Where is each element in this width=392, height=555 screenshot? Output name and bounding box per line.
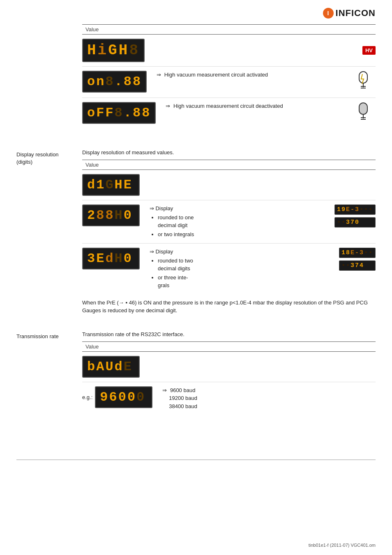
- section-hv: Value HiGH8 HV: [16, 24, 376, 133]
- example-displays-row2: 19E-3▪▪▪ ▪▪370: [334, 204, 376, 228]
- footer-divider: [16, 460, 376, 460]
- transmission-row2-left: e.g.: 96000: [82, 386, 152, 408]
- logo-text: INFICON: [336, 8, 376, 19]
- page-footer: tinb01e1-f (2011-07) VGC401.om: [309, 543, 376, 548]
- desc-288h0-item1: rounded to onedecimal digit: [158, 214, 328, 230]
- desc-288h0: ⇒ Display rounded to onedecimal digit or…: [146, 204, 328, 239]
- display-res-label-line2: (digits): [16, 159, 32, 165]
- transmission-arrow: ⇒: [162, 387, 167, 393]
- on-sensor-icon: [351, 71, 376, 93]
- display-res-intro: Display resolution of measured values.: [82, 149, 376, 156]
- off-desc-text: High vacuum measurement circuit deactiva…: [173, 103, 283, 109]
- seg-d1ghe: d1GHE: [82, 174, 140, 196]
- sensor-on-svg: [354, 71, 373, 93]
- svg-text:I: I: [327, 10, 329, 16]
- hv-value-header: Value: [82, 25, 376, 35]
- example-displays-row3: 18E-3▪▪ ▪▪374: [339, 248, 376, 271]
- seg-high-display: HiGH8: [82, 39, 145, 62]
- transmission-baud-9600: 9600 baud: [170, 387, 195, 393]
- display-res-row1: d1GHE: [82, 170, 376, 200]
- transmission-baud-38400: 38400 baud: [169, 403, 197, 409]
- hv-badge: HV: [362, 46, 376, 55]
- transmission-value-header: Value: [82, 342, 376, 352]
- hv-value-rows: HiGH8 HV on8.88 ⇒ H: [82, 35, 376, 129]
- display-res-table: Value d1GHE 288H0 ⇒ Display: [82, 160, 376, 295]
- seg-baude: bAUdE: [82, 356, 140, 378]
- transmission-table: Value bAUdE e.g.: 96000: [82, 341, 376, 415]
- desc-3edh0-list: rounded to twodecimal digits or three in…: [158, 257, 332, 290]
- on-desc-text: High vacuum measurement circuit activate…: [164, 72, 268, 78]
- desc-3edh0-item1: rounded to twodecimal digits: [158, 257, 332, 273]
- footer-text: tinb01e1-f (2011-07) VGC401.om: [309, 543, 376, 548]
- transmission-row1: bAUdE: [82, 352, 376, 382]
- transmission-label: Transmission rate: [16, 333, 59, 339]
- section-transmission-body: Transmission rate of the RS232C interfac…: [82, 331, 376, 419]
- desc-3edh0: ⇒ Display rounded to twodecimal digits o…: [146, 248, 332, 290]
- seg-96000: 96000: [95, 386, 152, 408]
- desc-288h0-list: rounded to onedecimal digit or two integ…: [158, 214, 328, 239]
- desc-3edh0-arrow-main: ⇒ Display: [150, 248, 332, 256]
- section-hv-body: Value HiGH8 HV: [82, 24, 376, 133]
- hv-row-on: on8.88 ⇒ High vacuum measurement circuit…: [82, 67, 376, 98]
- hv-on-desc: ⇒ High vacuum measurement circuit activa…: [153, 71, 344, 79]
- seg-3edh0: 3EdH0: [82, 248, 140, 269]
- display-res-label-line1: Display resolution: [16, 151, 59, 158]
- section-display-res: Display resolution (digits) Display reso…: [16, 149, 376, 315]
- off-arrow: ⇒: [166, 103, 170, 109]
- section-hv-label: [16, 24, 82, 133]
- seg-off-display: oFF8.88: [82, 102, 156, 124]
- section-display-res-body: Display resolution of measured values. V…: [82, 149, 376, 315]
- hv-row-off: oFF8.88 ⇒ High vacuum measurement circui…: [82, 98, 376, 129]
- svg-rect-6: [359, 103, 367, 114]
- seg-on-display: on8.88: [82, 71, 147, 93]
- hv-value-table: Value HiGH8 HV: [82, 24, 376, 129]
- transmission-baud-19200: 19200 baud: [169, 395, 197, 401]
- hv-badge-area: HV: [362, 46, 376, 55]
- section-transmission: Transmission rate Transmission rate of t…: [16, 331, 376, 419]
- transmission-row2: e.g.: 96000 ⇒ 9600 baud 19200 baud 38400…: [82, 382, 376, 415]
- sensor-off-svg: [354, 102, 373, 125]
- hv-row-high: HiGH8 HV: [82, 35, 376, 67]
- transmission-desc: ⇒ 9600 baud 19200 baud 38400 baud: [159, 386, 376, 411]
- hv-off-desc: ⇒ High vacuum measurement circuit deacti…: [162, 102, 344, 110]
- desc-288h0-item2: or two integrals: [158, 230, 328, 239]
- desc-3edh0-item2: or three inte-grals: [158, 274, 332, 290]
- example-seg-2b: ▪▪374: [339, 260, 376, 271]
- desc-288h0-arrow-main: ⇒ Display: [150, 204, 328, 213]
- display-res-row2: 288H0 ⇒ Display rounded to onedecimal di…: [82, 200, 376, 244]
- transmission-intro: Transmission rate of the RS232C interfac…: [82, 331, 376, 337]
- example-seg-1a: 19E-3▪▪▪: [334, 204, 376, 215]
- display-res-note: When the PrE (→ ▪ 46) is ON and the pres…: [82, 299, 376, 315]
- example-seg-2a: 18E-3▪▪: [339, 248, 376, 258]
- inficon-logo: I INFICON: [323, 7, 376, 19]
- transmission-rows: bAUdE e.g.: 96000 ⇒ 9600 b: [82, 352, 376, 415]
- transmission-eg-label: e.g.:: [82, 394, 92, 400]
- display-res-rows: d1GHE 288H0 ⇒ Display rounded to onedeci…: [82, 170, 376, 295]
- page-content: Value HiGH8 HV: [0, 24, 392, 451]
- seg-288h0: 288H0: [82, 204, 140, 226]
- section-display-res-label: Display resolution (digits): [16, 149, 82, 315]
- on-arrow: ⇒: [157, 72, 161, 78]
- section-transmission-label: Transmission rate: [16, 331, 82, 419]
- display-res-row3: 3EdH0 ⇒ Display rounded to twodecimal di…: [82, 244, 376, 295]
- display-res-value-header: Value: [82, 160, 376, 170]
- example-seg-1b: ▪▪370: [334, 217, 376, 228]
- inficon-logo-icon: I: [323, 7, 334, 19]
- logo-area: I INFICON: [0, 0, 392, 24]
- off-sensor-icon: [351, 102, 376, 125]
